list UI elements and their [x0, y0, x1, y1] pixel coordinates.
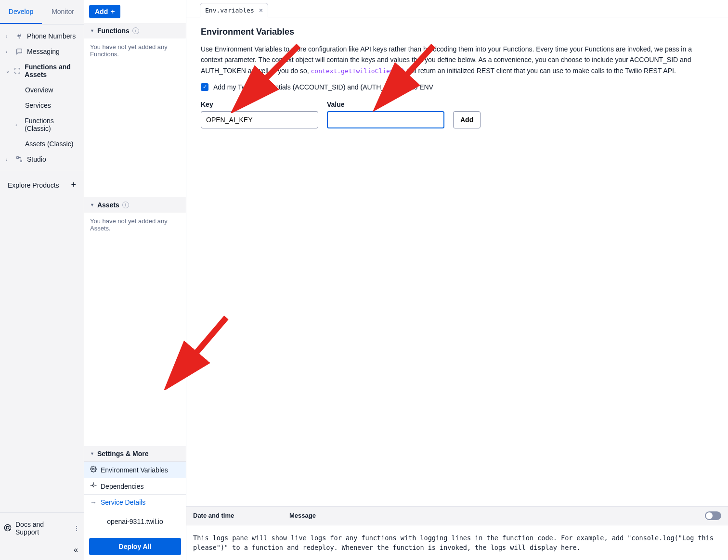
svg-rect-1: [20, 160, 22, 162]
nav-studio[interactable]: › Studio: [0, 152, 84, 167]
add-env-var-button[interactable]: Add: [453, 111, 481, 128]
nav-services[interactable]: Services: [19, 98, 84, 113]
close-icon[interactable]: ×: [259, 6, 263, 14]
tab-develop[interactable]: Develop: [0, 0, 42, 24]
nav-label: Studio: [27, 155, 46, 163]
functions-section-head[interactable]: ▼ Functions i: [84, 23, 186, 38]
sidebar-bottom: Docs and Support ⋮ «: [0, 512, 84, 560]
nav-functions-classic[interactable]: › Functions (Classic): [19, 113, 84, 136]
chevrons-left-icon: «: [74, 546, 78, 554]
value-input[interactable]: [327, 111, 444, 128]
plus-icon: +: [111, 8, 115, 15]
divider: [0, 171, 84, 171]
editor-tab-env-variables[interactable]: Env.variables ×: [200, 3, 268, 17]
svg-line-4: [5, 525, 7, 527]
sidebar-tabs: Develop Monitor: [0, 0, 84, 25]
flow-icon: [15, 155, 23, 163]
value-label: Value: [327, 101, 444, 108]
chevron-right-icon: ›: [6, 157, 12, 162]
plus-icon: +: [71, 180, 76, 190]
service-url: openai-9311.twil.io: [84, 510, 186, 533]
logs-toggle[interactable]: [705, 511, 721, 520]
checkbox-checked-icon[interactable]: ✓: [201, 83, 208, 91]
main-panel: Env.variables × Environment Variables Us…: [186, 0, 728, 560]
svg-line-6: [9, 525, 10, 527]
triangle-down-icon: ▼: [90, 28, 94, 33]
code-snippet: context.getTwilioClient(): [311, 67, 405, 75]
sidebar-left: Develop Monitor › # Phone Numbers › Mess…: [0, 0, 84, 560]
nav-explore-products[interactable]: Explore Products +: [0, 175, 84, 195]
collapse-sidebar-button[interactable]: «: [0, 542, 84, 558]
nav-functions-sub: Overview Services › Functions (Classic) …: [0, 82, 84, 152]
svg-rect-0: [17, 157, 19, 159]
code-icon: [14, 67, 21, 75]
panel-mid: Add + ▼ Functions i You have not yet add…: [84, 0, 186, 560]
chevron-right-icon: ›: [15, 122, 21, 127]
sidebar-nav: › # Phone Numbers › Messaging ⌄ Function…: [0, 25, 84, 512]
nav-messaging[interactable]: › Messaging: [0, 44, 84, 59]
logs-body: This logs pane will show live logs for a…: [186, 525, 728, 560]
nav-label: Functions and Assets: [25, 63, 78, 78]
nav-docs-support[interactable]: Docs and Support ⋮: [0, 515, 84, 542]
credentials-checkbox-row[interactable]: ✓ Add my Twilio Credentials (ACCOUNT_SID…: [201, 83, 714, 91]
chevron-right-icon: ›: [6, 34, 12, 39]
info-icon[interactable]: i: [122, 202, 129, 208]
help-icon: [4, 524, 12, 533]
info-icon[interactable]: i: [132, 27, 139, 34]
arrow-right-icon: →: [90, 498, 97, 506]
svg-point-3: [6, 526, 9, 529]
triangle-down-icon: ▼: [90, 451, 94, 456]
logs-header: Date and time Message: [186, 506, 728, 525]
svg-line-5: [9, 528, 10, 530]
assets-empty: You have not yet added any Assets.: [84, 213, 186, 237]
gear-icon: [90, 482, 97, 490]
tab-monitor[interactable]: Monitor: [42, 0, 84, 24]
key-label: Key: [201, 101, 318, 108]
key-input[interactable]: [201, 111, 318, 128]
nav-phone-numbers[interactable]: › # Phone Numbers: [0, 28, 84, 44]
nav-label: Messaging: [27, 48, 60, 55]
logs-col-message: Message: [289, 512, 705, 519]
triangle-down-icon: ▼: [90, 203, 94, 207]
nav-overview[interactable]: Overview: [19, 82, 84, 98]
hash-icon: #: [15, 32, 23, 40]
settings-env-vars[interactable]: Environment Variables: [84, 461, 186, 478]
nav-assets-classic[interactable]: Assets (Classic): [19, 136, 84, 152]
svg-line-7: [5, 528, 7, 530]
settings-dependencies[interactable]: Dependencies: [84, 478, 186, 494]
chat-icon: [15, 48, 23, 55]
add-button[interactable]: Add +: [89, 5, 120, 18]
chevron-down-icon: ⌄: [6, 68, 10, 74]
logs-col-datetime: Date and time: [193, 512, 289, 519]
settings-service-details[interactable]: → Service Details: [84, 494, 186, 510]
nav-label: Phone Numbers: [27, 32, 76, 40]
assets-section-head[interactable]: ▼ Assets i: [84, 197, 186, 213]
editor-tab-strip: Env.variables ×: [186, 0, 728, 17]
settings-list: Environment Variables Dependencies → Ser…: [84, 461, 186, 510]
nav-functions-assets[interactable]: ⌄ Functions and Assets: [0, 59, 84, 82]
page-description: Use Environment Variables to store confi…: [201, 44, 714, 76]
gear-icon: [90, 466, 97, 474]
functions-empty: You have not yet added any Functions.: [84, 38, 186, 63]
settings-section-head[interactable]: ▼ Settings & More: [84, 446, 186, 461]
chevron-right-icon: ›: [6, 49, 12, 54]
kebab-icon[interactable]: ⋮: [73, 524, 80, 532]
editor-content: Environment Variables Use Environment Va…: [186, 17, 728, 506]
deploy-all-button[interactable]: Deploy All: [89, 538, 181, 555]
svg-point-8: [92, 468, 94, 470]
env-var-form: Key Value Add: [201, 101, 714, 128]
page-title: Environment Variables: [201, 27, 714, 37]
